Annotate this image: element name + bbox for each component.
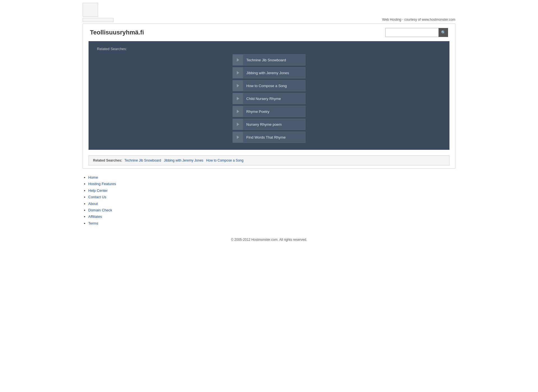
logo-box-wide — [83, 18, 113, 22]
item-label: How to Compose a Song — [243, 84, 305, 88]
bottom-link-2[interactable]: How to Compose a Song — [206, 158, 244, 162]
footer-list-item: Home — [88, 174, 455, 181]
header-row: Teollisuusryhmä.fi 🔍 — [83, 24, 455, 41]
arrow-icon — [233, 119, 243, 130]
footer-copyright: © 2005-2012 Hostmonster.com. All rights … — [0, 238, 538, 247]
footer-list-item: Affiliates — [88, 213, 455, 220]
search-icon: 🔍 — [441, 30, 446, 35]
logo-box-small — [83, 3, 98, 17]
list-item[interactable]: Jibbing with Jeremy Jones — [233, 67, 305, 78]
footer-link-terms[interactable]: Terms — [88, 221, 98, 225]
footer-list-item: Contact Us — [88, 194, 455, 200]
item-label: Jibbing with Jeremy Jones — [243, 71, 305, 75]
list-item[interactable]: Technine Jib Snowboard — [233, 54, 305, 66]
main-container: Teollisuusryhmä.fi 🔍 Related Searches: T… — [83, 24, 455, 169]
triangle-shape — [237, 97, 239, 100]
triangle-shape — [237, 110, 239, 113]
item-label: Nursery Rhyme poem — [243, 122, 305, 127]
search-button[interactable]: 🔍 — [439, 28, 448, 37]
list-item[interactable]: Child Nursery Rhyme — [233, 93, 305, 104]
footer-links-list: Home Hosting Features Help Center Contac… — [83, 174, 455, 227]
triangle-shape — [237, 136, 239, 139]
triangle-shape — [237, 71, 239, 74]
bottom-links-bar: Related Searches: Technine Jib Snowboard… — [89, 155, 449, 165]
search-area: 🔍 — [385, 28, 448, 37]
site-title: Teollisuusryhmä.fi — [90, 29, 144, 36]
footer-list-item: Domain Check — [88, 207, 455, 213]
related-searches-label: Related Searches: — [97, 47, 441, 51]
arrow-icon — [233, 132, 243, 143]
footer-list-item: About — [88, 200, 455, 207]
list-item[interactable]: Nursery Rhyme poem — [233, 119, 305, 130]
item-label: Rhyme Poetry — [243, 109, 305, 114]
hosting-credit: Web Hosting - courtesy of www.hostmonste… — [382, 18, 455, 22]
footer-list-item: Hosting Features — [88, 181, 455, 187]
arrow-icon — [233, 80, 243, 91]
triangle-shape — [237, 123, 239, 126]
footer-nav: Home Hosting Features Help Center Contac… — [0, 169, 538, 229]
arrow-icon — [233, 93, 243, 104]
footer-list-item: Terms — [88, 220, 455, 227]
item-label: Find Words That Rhyme — [243, 135, 305, 139]
search-items-list: Technine Jib Snowboard Jibbing with Jere… — [233, 54, 305, 143]
search-input[interactable] — [385, 28, 439, 37]
list-item[interactable]: Rhyme Poetry — [233, 106, 305, 117]
dark-panel: Related Searches: Technine Jib Snowboard… — [89, 41, 449, 150]
logo-area — [83, 3, 113, 22]
top-bar: Web Hosting - courtesy of www.hostmonste… — [0, 0, 538, 24]
arrow-icon — [233, 67, 243, 78]
footer-list-item: Help Center — [88, 187, 455, 194]
footer-link-about[interactable]: About — [88, 202, 98, 206]
footer-link-help[interactable]: Help Center — [88, 188, 108, 193]
triangle-shape — [237, 84, 239, 87]
list-item[interactable]: Find Words That Rhyme — [233, 132, 305, 143]
bottom-link-1[interactable]: Jibbing with Jeremy Jones — [164, 158, 203, 162]
arrow-icon — [233, 106, 243, 117]
footer-link-contact[interactable]: Contact Us — [88, 195, 106, 199]
bottom-links-label: Related Searches: — [93, 158, 122, 162]
footer-link-home[interactable]: Home — [88, 175, 98, 179]
item-label: Technine Jib Snowboard — [243, 58, 305, 62]
footer-link-domain[interactable]: Domain Check — [88, 208, 112, 212]
list-item[interactable]: How to Compose a Song — [233, 80, 305, 91]
item-label: Child Nursery Rhyme — [243, 97, 305, 101]
footer-link-affiliates[interactable]: Affiliates — [88, 214, 102, 219]
arrow-icon — [233, 55, 243, 65]
footer-link-hosting[interactable]: Hosting Features — [88, 182, 116, 186]
triangle-shape — [237, 58, 239, 62]
bottom-link-0[interactable]: Technine Jib Snowboard — [124, 158, 161, 162]
